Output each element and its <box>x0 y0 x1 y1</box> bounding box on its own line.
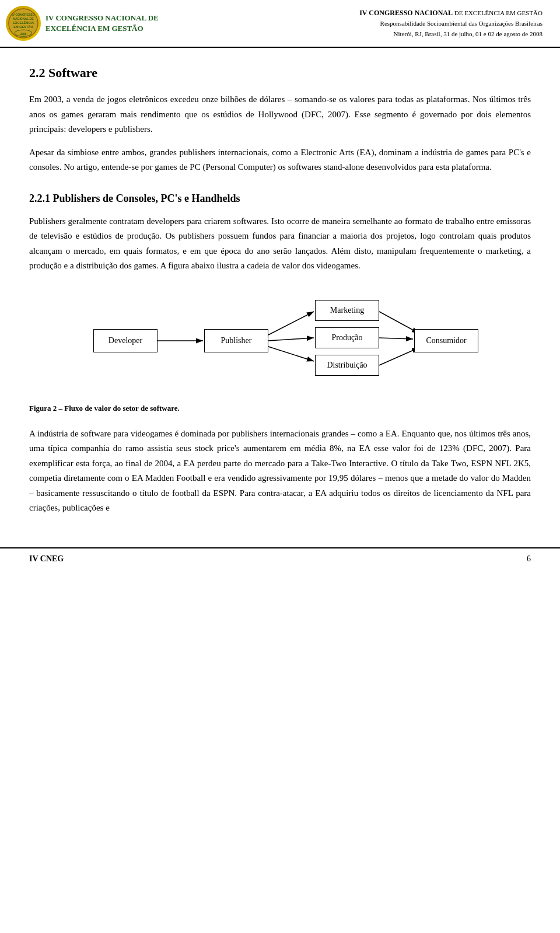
page-footer: IV CNEG 6 <box>0 547 560 569</box>
logo-text: IV CONGRESSO NACIONAL DE EXCELÊNCIA EM G… <box>46 13 159 34</box>
header-conference-info: IV CONGRESSO NACIONAL DE EXCELÊNCIA EM G… <box>359 8 542 39</box>
footer-left-text: IV CNEG <box>29 554 64 564</box>
svg-text:EXCELÊNCIA: EXCELÊNCIA <box>13 20 34 25</box>
subsection-heading: 2.2.1 Publishers de Consoles, PC's e Han… <box>29 193 531 205</box>
paragraph-3: Publishers geralmente contratam develope… <box>29 214 531 274</box>
svg-text:IV CONGRESSO: IV CONGRESSO <box>12 13 34 16</box>
marketing-box: Marketing <box>315 300 379 321</box>
publisher-box: Publisher <box>204 329 268 352</box>
paragraph-2: Apesar da simbiose entre ambos, grandes … <box>29 145 531 175</box>
svg-line-11 <box>268 347 314 361</box>
consumidor-box: Consumidor <box>414 329 478 352</box>
svg-line-9 <box>268 338 314 341</box>
header-title: IV CONGRESSO NACIONAL DE EXCELÊNCIA EM G… <box>359 8 542 19</box>
main-content: 2.2 Software Em 2003, a venda de jogos e… <box>0 48 560 536</box>
developer-box: Developer <box>93 329 158 352</box>
page-header: IV CONGRESSO NACIONAL DE EXCELÊNCIA EM G… <box>0 0 560 48</box>
svg-text:EM GESTÃO: EM GESTÃO <box>13 25 33 29</box>
svg-line-14 <box>379 348 419 365</box>
header-subtitle2: Niterói, RJ, Brasil, 31 de julho, 01 e 0… <box>359 29 542 40</box>
svg-text:NACIONAL DE: NACIONAL DE <box>13 17 34 20</box>
svg-line-12 <box>379 312 419 333</box>
distribuicao-box: Distribuição <box>315 355 379 376</box>
producao-box: Produção <box>315 327 379 348</box>
header-subtitle1: Responsabilidade Socioambiental das Orga… <box>359 19 542 29</box>
figure-caption: Figura 2 – Fluxo de valor do setor de so… <box>29 402 531 415</box>
paragraph-4: A indústria de software para videogames … <box>29 427 531 516</box>
logo-area: IV CONGRESSO NACIONAL DE EXCELÊNCIA EM G… <box>6 6 159 41</box>
svg-line-10 <box>268 312 314 335</box>
page-number: 6 <box>527 554 531 564</box>
value-chain-diagram: Developer Publisher Marketing Produção D… <box>29 291 531 385</box>
paragraph-1: Em 2003, a venda de jogos eletrônicos ex… <box>29 92 531 137</box>
section-heading: 2.2 Software <box>29 65 531 81</box>
diagram-inner: Developer Publisher Marketing Produção D… <box>76 291 484 385</box>
svg-line-13 <box>379 338 413 339</box>
congress-logo-icon: IV CONGRESSO NACIONAL DE EXCELÊNCIA EM G… <box>6 6 41 41</box>
svg-text:2008: 2008 <box>20 33 27 36</box>
